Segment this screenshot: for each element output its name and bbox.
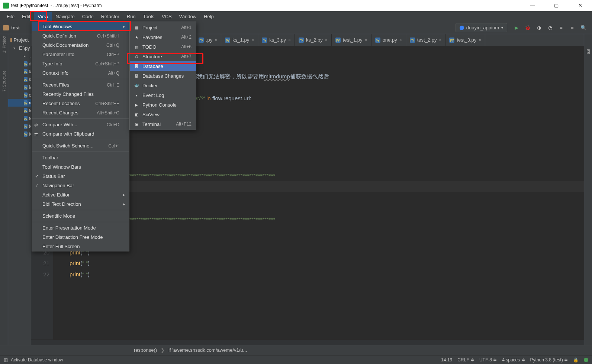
view-menu-item[interactable]: Recently Changed Files (32, 90, 129, 99)
menu-window[interactable]: Window (176, 12, 200, 21)
run-config-selector[interactable]: douyin_appium ▾ (456, 23, 507, 32)
tool-window-item[interactable]: ▦ProjectAlt+1 (130, 23, 196, 32)
tree-item[interactable]: pyM (8, 83, 31, 91)
view-menu-item[interactable]: Quick DefinitionCtrl+Shift+I (32, 31, 129, 40)
view-menu-item[interactable]: ⇄Compare with Clipboard (32, 129, 129, 139)
menu-navigate[interactable]: Navigate (52, 12, 78, 21)
view-menu-item[interactable]: Recent ChangesAlt+Shift+C (32, 108, 129, 117)
crumb-function[interactable]: response() (134, 347, 157, 353)
editor-tab[interactable]: py.py× (195, 34, 221, 46)
view-menu-item[interactable]: Scientific Mode (32, 211, 129, 221)
tree-item[interactable]: pyre (8, 99, 31, 107)
maximize-button[interactable]: ▢ (549, 0, 564, 11)
tool-window-item[interactable]: ⌬StructureAlt+7 (130, 52, 196, 61)
menu-vcs[interactable]: VCS (158, 12, 176, 21)
tool-window-item[interactable]: ◧SciView (130, 110, 196, 119)
status-interpreter[interactable]: Python 3.8 (test) ≑ (530, 357, 568, 363)
profile-button[interactable]: ◔ (546, 23, 554, 32)
view-menu-item[interactable]: Toolbar (32, 153, 129, 162)
tool-window-item[interactable]: 🐳Docker (130, 81, 196, 90)
stripe-project[interactable]: 1: Project (2, 36, 6, 53)
tree-item[interactable]: pyte (8, 114, 31, 122)
crumb-condition[interactable]: if 'aweme.snssdk.com/aweme/v1/u... (168, 347, 247, 353)
view-menu-item[interactable]: ⇄Compare With...Ctrl+D (32, 120, 129, 129)
tool-window-item[interactable]: ▤TODOAlt+6 (130, 42, 196, 52)
close-icon[interactable]: × (251, 38, 254, 43)
tool-window-item[interactable]: 🗄Database (130, 61, 196, 71)
tree-item[interactable]: pyor (8, 91, 31, 99)
view-menu-item[interactable]: Type InfoCtrl+Shift+P (32, 59, 129, 68)
search-everywhere-icon[interactable]: 🔍 (579, 23, 588, 32)
editor-horizontal-scrollbar[interactable] (31, 339, 584, 345)
view-menu-item[interactable]: Enter Full Screen (32, 242, 129, 251)
status-line-separator[interactable]: CRLF ≑ (457, 357, 474, 363)
editor-tab[interactable]: pyks_2.py× (295, 34, 332, 46)
view-menu-item[interactable]: Tool Window Bars (32, 162, 129, 172)
menu-edit[interactable]: Edit (18, 12, 34, 21)
editor-tab[interactable]: pyks_1.py× (221, 34, 258, 46)
run-button[interactable]: ▶ (512, 23, 521, 32)
tree-item[interactable]: pyte (8, 122, 31, 130)
editor-tab[interactable]: pyks_3.py× (258, 34, 295, 46)
tree-item[interactable]: pyte (8, 130, 31, 138)
tree-item[interactable]: pyks (8, 68, 31, 75)
tree-item[interactable]: ▸.id (8, 52, 31, 60)
stripe-structure[interactable]: 7: Structure (2, 71, 6, 92)
tree-root[interactable]: ▾E:\py (8, 44, 31, 52)
editor-tab[interactable]: pytest_1.py× (332, 34, 371, 46)
menu-refactor[interactable]: Refactor (97, 12, 123, 21)
lock-icon[interactable]: 🔒 (573, 357, 579, 363)
coverage-button[interactable]: ◑ (534, 23, 543, 32)
tool-window-item[interactable]: ▶Python Console (130, 100, 196, 110)
menu-view[interactable]: View (34, 12, 52, 21)
tool-window-toggle-icon[interactable]: ▥ (4, 357, 8, 363)
status-encoding[interactable]: UTF-8 ≑ (479, 357, 497, 363)
close-icon[interactable]: × (439, 38, 441, 43)
menu-help[interactable]: Help (200, 12, 218, 21)
editor-tab[interactable]: pytest_2.py× (406, 34, 446, 46)
view-menu-item[interactable]: ✓Navigation Bar (32, 181, 129, 190)
breadcrumb-root[interactable]: test (11, 25, 20, 30)
debug-button[interactable]: 🐞 (523, 23, 532, 32)
view-menu-item[interactable]: Enter Distraction Free Mode (32, 233, 129, 242)
view-menu-item[interactable]: Bidi Text Direction (32, 199, 129, 209)
close-icon[interactable]: × (399, 38, 402, 43)
tree-item[interactable]: pyks (8, 75, 31, 83)
close-icon[interactable]: × (325, 38, 328, 43)
tool-window-item[interactable]: ▣TerminalAlt+F12 (130, 119, 196, 129)
status-indicator-icon[interactable] (584, 358, 588, 362)
menu-code[interactable]: Code (78, 12, 97, 21)
view-menu-item[interactable]: Active Editor (32, 190, 129, 199)
view-menu-item[interactable]: Quick Switch Scheme...Ctrl+` (32, 141, 129, 150)
tool-window-item[interactable]: ★FavoritesAlt+2 (130, 32, 196, 42)
view-menu-item[interactable]: Recent FilesCtrl+E (32, 80, 129, 90)
stop-button[interactable]: ■ (568, 23, 577, 32)
tree-item[interactable]: pyte (8, 107, 31, 114)
tool-window-item[interactable]: ●Event Log (130, 90, 196, 100)
view-menu-item[interactable]: Parameter InfoCtrl+P (32, 50, 129, 59)
view-menu-item[interactable]: ✓Status Bar (32, 172, 129, 181)
close-icon[interactable]: × (365, 38, 367, 43)
status-indent[interactable]: 4 spaces ≑ (502, 357, 525, 363)
stripe-database-icon[interactable]: 🗄 (585, 49, 591, 55)
view-menu-item[interactable]: Recent LocationsCtrl+Shift+E (32, 99, 129, 108)
editor-tab[interactable]: pytest_3.py× (445, 34, 485, 46)
editor-tab[interactable]: pyone.py× (371, 34, 406, 46)
minimize-button[interactable]: — (525, 0, 540, 11)
concurrency-button[interactable]: ≡ (557, 23, 566, 32)
view-menu-item[interactable]: Tool Windows (32, 22, 129, 31)
menu-run[interactable]: Run (123, 12, 139, 21)
menu-tools[interactable]: Tools (139, 12, 158, 21)
view-menu-item[interactable]: Context InfoAlt+Q (32, 68, 129, 78)
project-header[interactable]: Project (8, 36, 31, 44)
close-icon[interactable]: × (479, 38, 481, 43)
status-cursor-pos[interactable]: 14:19 (441, 357, 452, 363)
tree-item[interactable]: pydo (8, 60, 31, 68)
view-menu-item[interactable]: Enter Presentation Mode (32, 223, 129, 233)
close-icon[interactable]: × (215, 38, 217, 43)
view-menu-item[interactable]: Quick DocumentationCtrl+Q (32, 40, 129, 50)
menu-file[interactable]: File (3, 12, 18, 21)
close-button[interactable]: ✕ (573, 0, 588, 11)
close-icon[interactable]: × (288, 38, 291, 43)
tool-window-item[interactable]: 🗄Database Changes (130, 71, 196, 81)
